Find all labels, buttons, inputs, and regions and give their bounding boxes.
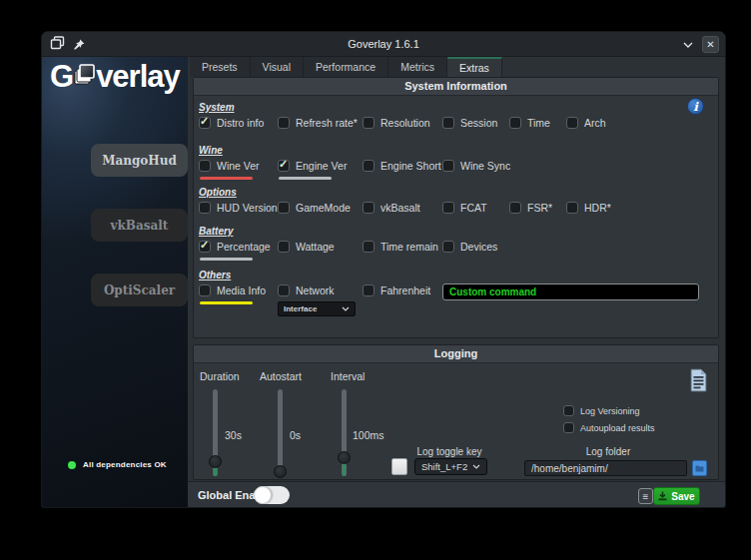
- slider-label-interval: Interval: [331, 370, 365, 382]
- checkbox-label: Time remain: [380, 241, 438, 253]
- checkbox-label: Refresh rate*: [296, 117, 358, 129]
- checkbox-fcat[interactable]: ✓: [442, 202, 454, 214]
- checkbox-label: HUD Version: [217, 202, 278, 214]
- checkbox-label: Devices: [460, 241, 497, 253]
- checkbox-percentage[interactable]: ✓: [199, 241, 211, 253]
- duration-slider-handle[interactable]: [209, 455, 222, 468]
- checkbox-label: vkBasalt: [380, 202, 420, 214]
- checkbox-wattage[interactable]: ✓: [278, 241, 290, 253]
- checkbox-label: GameMode: [296, 202, 351, 214]
- checkbox-media-info[interactable]: ✓: [199, 284, 211, 296]
- checkbox-hud-version[interactable]: ✓: [199, 202, 211, 214]
- tab-metrics[interactable]: Metrics: [388, 57, 447, 77]
- panel-title: Logging: [194, 345, 718, 363]
- checkbox-vkbasalt[interactable]: ✓: [363, 202, 375, 214]
- checkbox-label: Arch: [584, 117, 606, 129]
- interval-value: 100ms: [353, 429, 384, 441]
- checkbox-resolution[interactable]: ✓: [363, 117, 375, 129]
- checkbox-fahrenheit[interactable]: ✓: [363, 284, 375, 296]
- download-icon: [658, 491, 667, 501]
- sidebar-item-mangohud[interactable]: MangoHud: [91, 144, 188, 177]
- log-toggle-key-select[interactable]: Shift_L+F2: [414, 458, 487, 475]
- save-button[interactable]: Save: [653, 487, 700, 505]
- checkbox-label: Percentage: [217, 241, 271, 253]
- main-area: Presets Visual Performance Metrics Extra…: [188, 57, 725, 508]
- checkbox-label: Fahrenheit: [380, 284, 430, 296]
- title-bar: Goverlay 1.6.1 ✕: [42, 32, 725, 57]
- tab-visual[interactable]: Visual: [251, 57, 304, 77]
- log-folder-input[interactable]: [524, 460, 687, 476]
- checkbox-refresh-rate[interactable]: ✓: [278, 117, 290, 129]
- checkbox-label: Session: [460, 117, 497, 129]
- checkbox-devices[interactable]: ✓: [442, 241, 454, 253]
- color-indicator-engine-ver[interactable]: [279, 177, 332, 180]
- checkbox-label: FCAT: [460, 202, 487, 214]
- color-indicator-percentage[interactable]: [200, 258, 253, 261]
- checkbox-arch[interactable]: ✓: [566, 117, 578, 129]
- checkbox-distro-info[interactable]: ✓: [199, 117, 211, 129]
- panel-title: System Information: [194, 78, 718, 96]
- sidebar: G verlay MangoHud vkBasalt OptiScaler: [42, 57, 188, 508]
- checkbox-label: FSR*: [527, 202, 552, 214]
- group-heading-others: Others: [199, 270, 713, 280]
- checkbox-engine-short[interactable]: ✓: [363, 160, 375, 172]
- chevron-down-icon: [472, 464, 480, 469]
- tab-extras[interactable]: Extras: [447, 57, 502, 77]
- checkbox-time-remain[interactable]: ✓: [363, 241, 375, 253]
- toggle-knob: [254, 486, 272, 504]
- tab-presets[interactable]: Presets: [190, 57, 251, 77]
- folder-browse-button[interactable]: [692, 460, 707, 476]
- slider-label-duration: Duration: [200, 370, 240, 382]
- save-label: Save: [671, 491, 694, 502]
- group-heading-options: Options: [199, 187, 713, 198]
- chevron-down-icon: [342, 306, 350, 311]
- menu-button[interactable]: ≡: [638, 488, 653, 504]
- minimize-icon[interactable]: [679, 36, 696, 53]
- app-window: Goverlay 1.6.1 ✕ G: [41, 31, 726, 508]
- checkbox-wine-ver[interactable]: ✓: [199, 160, 211, 172]
- autostart-slider-handle[interactable]: [274, 465, 287, 478]
- checkbox-gamemode[interactable]: ✓: [278, 202, 290, 214]
- footer-bar: Global Enable ≡ Save: [188, 481, 725, 508]
- checkbox-hdr[interactable]: ✓: [566, 202, 578, 214]
- screen: Goverlay 1.6.1 ✕ G: [0, 0, 751, 560]
- interval-slider-handle[interactable]: [338, 451, 351, 464]
- custom-command-input[interactable]: [442, 283, 699, 300]
- keyboard-capture-button[interactable]: [391, 458, 407, 475]
- log-folder-label: Log folder: [548, 446, 668, 457]
- tab-performance[interactable]: Performance: [304, 57, 388, 77]
- autostart-value: 0s: [290, 429, 301, 441]
- checkbox-label: Distro info: [217, 117, 264, 129]
- checkbox-label: HDR*: [584, 202, 611, 214]
- checkbox-wine-sync[interactable]: ✓: [442, 160, 454, 172]
- status-label: All dependencies OK: [83, 460, 167, 469]
- logo-layers-icon: [73, 58, 96, 95]
- autostart-slider-track[interactable]: [278, 389, 283, 476]
- app-logo: G verlay: [50, 58, 180, 95]
- checkbox-label: Autoupload results: [580, 423, 655, 433]
- menu-icon: ≡: [643, 491, 649, 502]
- color-indicator-wine-ver[interactable]: [200, 177, 253, 180]
- document-icon[interactable]: [688, 368, 708, 396]
- logging-panel: Logging: [193, 344, 719, 480]
- checkbox-session[interactable]: ✓: [442, 117, 454, 129]
- checkbox-time[interactable]: ✓: [509, 117, 521, 129]
- log-toggle-key-value: Shift_L+F2: [421, 461, 467, 472]
- sidebar-item-vkbasalt[interactable]: vkBasalt: [91, 209, 188, 242]
- checkbox-engine-ver[interactable]: ✓: [278, 160, 290, 172]
- dependency-status: All dependencies OK: [68, 460, 167, 469]
- checkbox-label: Resolution: [380, 117, 430, 129]
- close-icon[interactable]: ✕: [702, 36, 719, 53]
- network-interface-select[interactable]: Interface: [278, 301, 356, 316]
- checkbox-autoupload-results[interactable]: ✓: [563, 422, 574, 433]
- checkbox-log-versioning[interactable]: ✓: [563, 405, 574, 416]
- color-indicator-media-info[interactable]: [200, 301, 253, 304]
- global-enable-toggle[interactable]: [254, 486, 290, 504]
- slider-label-autostart: Autostart: [260, 370, 302, 382]
- checkbox-label: Wine Ver: [217, 160, 260, 172]
- checkbox-fsr[interactable]: ✓: [509, 202, 521, 214]
- checkbox-label: Wattage: [296, 241, 335, 253]
- sidebar-item-optiscaler[interactable]: OptiScaler: [91, 274, 188, 306]
- checkbox-network[interactable]: ✓: [278, 284, 290, 296]
- system-information-panel: System Information i System ✓ Distro inf…: [193, 77, 719, 338]
